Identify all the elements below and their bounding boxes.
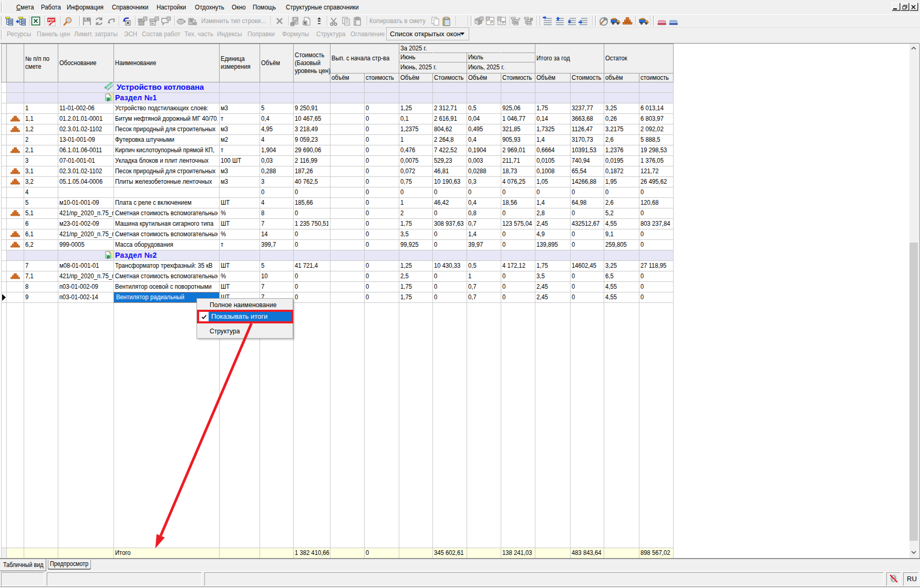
- svg-text:P: P: [490, 19, 493, 25]
- svg-text:p: p: [107, 97, 110, 101]
- svg-text:PDF: PDF: [48, 18, 55, 22]
- svg-text:p: p: [107, 254, 110, 259]
- svg-text:ПР: ПР: [500, 20, 505, 25]
